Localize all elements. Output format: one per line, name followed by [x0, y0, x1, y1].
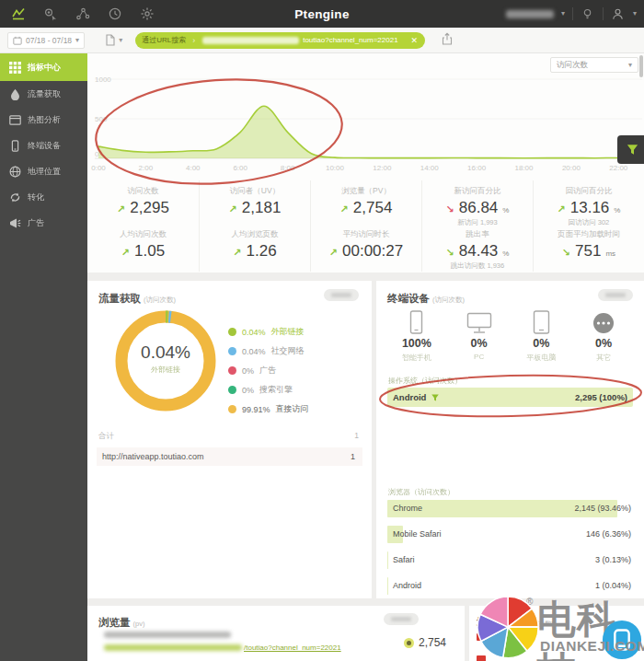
account-name-blurred[interactable] — [506, 10, 554, 18]
browser-section-label: 浏览器（访问次数） — [388, 487, 454, 497]
legend-pct: 0% — [242, 366, 254, 376]
browser-row-mobile-safari[interactable]: Mobile Safari146 (6.36%) — [387, 526, 633, 543]
x-axis-tick: 16:00 — [467, 164, 487, 172]
browser-row-safari[interactable]: Safari3 (0.13%) — [387, 551, 633, 569]
device-column: 0%平板电脑 — [511, 301, 573, 363]
date-range-label: 07/18 - 07/18 — [26, 36, 72, 45]
browser-value: 146 (6.36%) — [586, 529, 631, 539]
devices-card-action-button[interactable] — [598, 289, 633, 301]
sidebar-item-3[interactable]: 热图分析 — [0, 107, 87, 133]
x-axis-tick: 10:00 — [326, 164, 345, 172]
legend-item[interactable]: 0.04%社交网络 — [228, 342, 309, 361]
page-url-row[interactable]: /toutiao?channel_num=22021 — [104, 644, 341, 652]
sidebar-item-4[interactable]: 终端设备 — [0, 133, 87, 158]
sidebar-item-label: 指标中心 — [28, 62, 61, 74]
y-axis-tick: 1000 — [95, 75, 111, 84]
geo-row-shandong[interactable]: Shandong — [477, 632, 528, 642]
kpi-stats-row: 访问次数 ↗2,295 人均访问次数 ↗1.05 访问者（UV） ↗2,181 … — [87, 180, 644, 272]
chevron-icon: › — [192, 36, 195, 45]
share-export-icon[interactable] — [442, 32, 453, 49]
kpi-metric: 新访问百分比 ↘86.84% 新访问 1,993 — [422, 186, 533, 226]
legend-item[interactable]: 99.91%直接访问 — [228, 400, 309, 419]
date-range-picker[interactable]: 07/18 - 07/18 ▾ — [7, 32, 85, 49]
sidebar-item-2[interactable]: 流量获取 — [0, 81, 87, 107]
date-caret-icon: ▾ — [75, 37, 79, 44]
sidebar-item-1[interactable]: 指标中心 — [0, 53, 87, 81]
legend-dot-icon — [228, 405, 236, 413]
geo-card: 地理位置(访问次数) Shandong — [469, 606, 644, 661]
legend-item[interactable]: 0.04%外部链接 — [228, 322, 309, 342]
page-icon — [105, 34, 116, 46]
browser-name: Android — [393, 581, 421, 590]
header-divider — [572, 7, 573, 20]
page-url-tail[interactable]: /toutiao?channel_num=22021 — [244, 644, 341, 652]
kpi-label: 人均浏览页数 — [200, 229, 310, 240]
kpi-metric: 平均访问时长 ↗00:00:27 — [311, 229, 421, 270]
device-column: 100%智能手机 — [385, 301, 448, 363]
x-axis-tick: 12:00 — [373, 164, 392, 172]
account-caret-icon[interactable]: ▾ — [561, 10, 565, 17]
device-label: PC — [448, 353, 511, 361]
sidebar-item-label: 流量获取 — [28, 88, 61, 100]
url-search-pill[interactable]: 通过URL搜索 › toutiao?channel_num=22021 ✕ — [135, 32, 425, 49]
os-row-android[interactable]: Android 2,295 (100%) — [387, 388, 633, 407]
dropdown-caret-icon: ▾ — [628, 62, 632, 69]
device-label: 智能手机 — [385, 353, 448, 363]
scrollbar-thumb[interactable] — [639, 55, 643, 77]
region-flag-icon — [477, 655, 486, 661]
pageviews-card-action-button[interactable] — [384, 613, 419, 625]
pageviews-value: 2,754 — [419, 636, 446, 649]
kpi-unit: % — [502, 206, 509, 215]
trend-arrow-icon: ↘ — [562, 247, 570, 259]
browser-value: 2,145 (93.46%) — [574, 504, 631, 513]
legend-pct: 0.04% — [242, 347, 266, 356]
search-query-tail: toutiao?channel_num=22021 — [303, 36, 397, 44]
geo-card-title: 地理位置 — [477, 617, 519, 628]
eye-icon — [404, 638, 414, 648]
referrer-row[interactable]: http://nativeapp.toutiao.com 1 — [97, 447, 362, 466]
legend-label: 外部链接 — [271, 326, 305, 338]
geo-row-partial[interactable] — [477, 655, 486, 661]
trend-arrow-icon: ↗ — [121, 247, 130, 259]
row-funnel-icon[interactable] — [431, 393, 440, 402]
x-axis-tick: 18:00 — [515, 164, 535, 172]
region-flag-icon — [477, 633, 486, 641]
sidebar-item-7[interactable]: 广告 — [0, 210, 87, 236]
device-icon — [9, 140, 21, 152]
chart-metric-dropdown[interactable]: 访问次数 ▾ — [550, 57, 638, 73]
user-caret-icon[interactable]: ▾ — [633, 10, 637, 17]
browser-row-chrome[interactable]: Chrome2,145 (93.46%) — [387, 500, 633, 517]
browser-name: Mobile Safari — [393, 529, 442, 539]
help-bulb-icon[interactable] — [581, 6, 595, 21]
kpi-unit: % — [502, 249, 509, 258]
x-axis-tick: 8:00 — [281, 164, 295, 172]
sidebar-item-6[interactable]: 转化 — [0, 184, 87, 210]
x-axis-tick: 4:00 — [186, 164, 201, 172]
trend-arrow-icon: ↗ — [329, 247, 338, 259]
kpi-label: 新访问百分比 — [422, 186, 533, 197]
page-selector[interactable]: ▾ — [105, 34, 122, 46]
legend-item[interactable]: 0%搜索引擎 — [228, 380, 309, 400]
traffic-donut-chart: 0.04% 外部链接 — [107, 302, 224, 420]
browser-row-android[interactable]: Android1 (0.04%) — [387, 577, 633, 595]
sidebar-item-5[interactable]: 地理位置 — [0, 158, 87, 184]
page-title-blurred — [104, 632, 231, 638]
referrer-url[interactable]: http://nativeapp.toutiao.com — [102, 452, 204, 461]
filter-button[interactable] — [617, 135, 644, 164]
trend-arrow-icon: ↗ — [340, 203, 349, 215]
user-icon[interactable] — [611, 6, 626, 21]
traffic-card-action-button[interactable] — [324, 289, 359, 301]
os-value: 2,295 (100%) — [575, 392, 627, 402]
referrer-count: 1 — [351, 452, 355, 461]
legend-label: 搜索引擎 — [259, 384, 293, 396]
clear-search-icon[interactable]: ✕ — [406, 36, 426, 45]
legend-item[interactable]: 0%广告 — [228, 361, 309, 380]
legend-label: 直接访问 — [276, 403, 309, 415]
kpi-label: 页面平均加载时间 — [534, 229, 644, 240]
kpi-value: 1.05 — [134, 242, 165, 261]
sidebar-item-label: 地理位置 — [28, 166, 61, 178]
kpi-value: 13.16 — [570, 199, 610, 217]
kpi-label: 人均访问次数 — [87, 229, 199, 240]
kpi-subtext — [534, 261, 644, 270]
kpi-metric: 人均访问次数 ↗1.05 — [87, 229, 199, 270]
